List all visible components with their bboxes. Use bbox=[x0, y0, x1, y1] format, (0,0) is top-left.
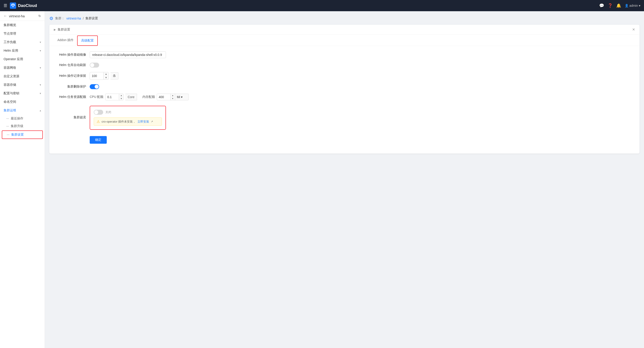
sidebar-item-cluster-settings[interactable]: — 集群设置 bbox=[2, 130, 43, 139]
install-link[interactable]: 立即安装 bbox=[138, 120, 149, 124]
sidebar-item-cluster-upgrade[interactable]: — 集群升级 bbox=[0, 122, 44, 130]
back-icon[interactable]: ← bbox=[4, 14, 7, 18]
oversell-status: 关闭 bbox=[106, 110, 111, 114]
helm-task-resource-label: Helm 任务资源配额 bbox=[54, 95, 90, 99]
helm-auto-refresh-toggle[interactable] bbox=[90, 63, 99, 68]
config-secrets-chevron-icon: ▾ bbox=[40, 92, 41, 95]
oversell-warning-text: cro-operator 插件未安装， bbox=[102, 120, 136, 124]
breadcrumb-current: 集群设置 bbox=[86, 16, 98, 21]
sidebar-label-container-storage: 容器存储 bbox=[4, 83, 16, 87]
helm-task-resource-row: Helm 任务资源配额 CPU 配额 ▲ ▼ Core bbox=[54, 94, 635, 100]
oversell-main-label: 集群超卖 bbox=[54, 115, 90, 119]
sidebar-item-namespaces[interactable]: 命名空间 bbox=[0, 98, 44, 106]
helm-image-control bbox=[90, 51, 166, 58]
logo-text: DaoCloud bbox=[18, 3, 37, 8]
user-chevron-icon: ▾ bbox=[639, 4, 640, 8]
helm-records-spin-down[interactable]: ▼ bbox=[104, 76, 108, 79]
cluster-settings-dash: — bbox=[7, 133, 10, 136]
sidebar-label-container-network: 容器网络 bbox=[4, 66, 16, 70]
sidebar-item-operator-apps[interactable]: Operator 应用 bbox=[0, 55, 44, 64]
cpu-input-wrap: ▲ ▼ bbox=[105, 94, 124, 100]
cluster-delete-protect-row: 集群删除保护 bbox=[54, 84, 635, 89]
cluster-delete-protect-control bbox=[90, 84, 99, 89]
panel-collapse-icon[interactable]: ▶ bbox=[54, 28, 56, 31]
container-network-chevron-icon: ▾ bbox=[40, 66, 41, 69]
cpu-spin-up[interactable]: ▲ bbox=[119, 94, 123, 97]
sidebar-item-container-storage[interactable]: 容器存储 ▾ bbox=[0, 81, 44, 89]
cpu-spin-down[interactable]: ▼ bbox=[119, 97, 123, 100]
panel-header-left: ▶ 集群设置 bbox=[54, 28, 70, 32]
sidebar-label-cluster-upgrade: 集群升级 bbox=[11, 124, 23, 128]
sidebar-item-container-network[interactable]: 容器网络 ▾ bbox=[0, 64, 44, 72]
sidebar-item-cluster-ops[interactable]: 集群运维 ▴ bbox=[0, 106, 44, 115]
sidebar-item-workload[interactable]: 工作负载 ▾ bbox=[0, 38, 44, 47]
tab-addon-label: Addon 插件 bbox=[58, 38, 74, 42]
sidebar-item-helm-apps[interactable]: Helm 应用 ▾ bbox=[0, 47, 44, 55]
tab-addon[interactable]: Addon 插件 bbox=[54, 36, 77, 45]
top-nav-right: 💬 ❓ 🔔 👤 admin ▾ bbox=[599, 3, 640, 8]
user-avatar-icon: 👤 bbox=[625, 4, 628, 8]
sidebar-item-cluster-overview[interactable]: 集群概览 bbox=[0, 21, 44, 29]
sidebar-label-helm-apps: Helm 应用 bbox=[4, 49, 18, 53]
main-content: ⚙ 集群： virtnest-ha / 集群设置 ▶ 集群设置 ✕ Addon … bbox=[45, 11, 644, 348]
helm-auto-refresh-row: Helm 仓库自动刷新 bbox=[54, 63, 635, 68]
confirm-row: 确定 bbox=[54, 134, 635, 144]
sidebar-item-config-secrets[interactable]: 配置与密钥 ▾ bbox=[0, 89, 44, 98]
helm-auto-refresh-label: Helm 仓库自动刷新 bbox=[54, 63, 90, 67]
breadcrumb-cluster-name[interactable]: virtnest-ha bbox=[66, 17, 81, 20]
oversell-toggle[interactable] bbox=[94, 110, 103, 115]
helm-records-input[interactable] bbox=[90, 73, 103, 79]
mem-spin-down[interactable]: ▼ bbox=[171, 97, 175, 100]
user-name: admin bbox=[630, 4, 638, 8]
tabs: Addon 插件 高级配置 bbox=[49, 35, 640, 46]
cpu-mem-row: CPU 配额 ▲ ▼ Core 内存配额 bbox=[90, 94, 188, 100]
helm-image-input[interactable] bbox=[90, 51, 166, 58]
panel-title: 集群设置 bbox=[58, 28, 70, 32]
cluster-icon: ⚙ bbox=[49, 16, 53, 21]
sidebar-label-cluster-ops: 集群运维 bbox=[4, 108, 16, 112]
svg-rect-0 bbox=[10, 3, 16, 9]
helm-records-unit: 条 bbox=[110, 72, 118, 79]
cpu-label: CPU 配额 bbox=[90, 95, 103, 99]
mem-spin-up[interactable]: ▲ bbox=[171, 94, 175, 97]
cpu-unit: Core bbox=[125, 94, 137, 100]
sidebar-label-operator-apps: Operator 应用 bbox=[4, 57, 23, 61]
sidebar-label-config-secrets: 配置与密钥 bbox=[4, 91, 19, 95]
helm-records-input-wrap: ▲ ▼ bbox=[90, 72, 109, 80]
helm-image-row: Helm 操作基础镜像 bbox=[54, 51, 635, 58]
mem-input[interactable] bbox=[157, 94, 170, 100]
hamburger-icon[interactable]: ☰ bbox=[4, 3, 7, 8]
mem-unit-chevron-icon: ▾ bbox=[181, 95, 182, 99]
confirm-button[interactable]: 确定 bbox=[90, 136, 107, 144]
cpu-input[interactable] bbox=[106, 94, 119, 100]
sidebar-label-recent-ops: 最近操作 bbox=[11, 116, 23, 121]
cluster-delete-protect-toggle[interactable] bbox=[90, 84, 99, 89]
tab-advanced[interactable]: 高级配置 bbox=[77, 36, 98, 46]
sidebar-header: ← virtnest-ha ↻ bbox=[0, 11, 44, 21]
sidebar-item-custom-resources[interactable]: 自定义资源 bbox=[0, 72, 44, 81]
oversell-row: 集群超卖 关闭 ⚠ cro-operator 插件未安装， 立即安装 ↗ bbox=[54, 105, 635, 130]
mem-input-box: ▲ ▼ bbox=[157, 94, 175, 100]
top-nav: ☰ DaoCloud 💬 ❓ 🔔 👤 admin ▾ bbox=[0, 0, 644, 11]
user-area[interactable]: 👤 admin ▾ bbox=[625, 4, 640, 8]
confirm-control: 确定 bbox=[90, 134, 107, 144]
sidebar-item-node-management[interactable]: 节点管理 bbox=[0, 29, 44, 38]
helm-records-control: ▲ ▼ 条 bbox=[90, 72, 118, 80]
panel-close-icon[interactable]: ✕ bbox=[632, 27, 635, 32]
sidebar-label-workload: 工作负载 bbox=[4, 40, 16, 44]
refresh-icon[interactable]: ↻ bbox=[38, 14, 41, 18]
mem-unit-select[interactable]: Mi ▾ bbox=[175, 94, 188, 100]
help-icon[interactable]: ❓ bbox=[608, 3, 612, 8]
sidebar: ← virtnest-ha ↻ 集群概览 节点管理 工作负载 ▾ Helm 应用… bbox=[0, 11, 45, 348]
chat-icon[interactable]: 💬 bbox=[599, 3, 604, 8]
top-nav-left: ☰ DaoCloud bbox=[4, 3, 37, 9]
svg-point-1 bbox=[12, 6, 14, 7]
mem-unit-value: Mi bbox=[177, 95, 180, 99]
bell-icon[interactable]: 🔔 bbox=[616, 3, 621, 8]
sidebar-cluster-name: virtnest-ha bbox=[9, 14, 25, 18]
helm-records-spin-up[interactable]: ▲ bbox=[104, 72, 108, 76]
mem-spinners: ▲ ▼ bbox=[170, 94, 175, 100]
sidebar-item-recent-ops[interactable]: — 最近操作 bbox=[0, 115, 44, 122]
cpu-spinners: ▲ ▼ bbox=[119, 94, 123, 100]
helm-auto-refresh-control bbox=[90, 63, 99, 68]
